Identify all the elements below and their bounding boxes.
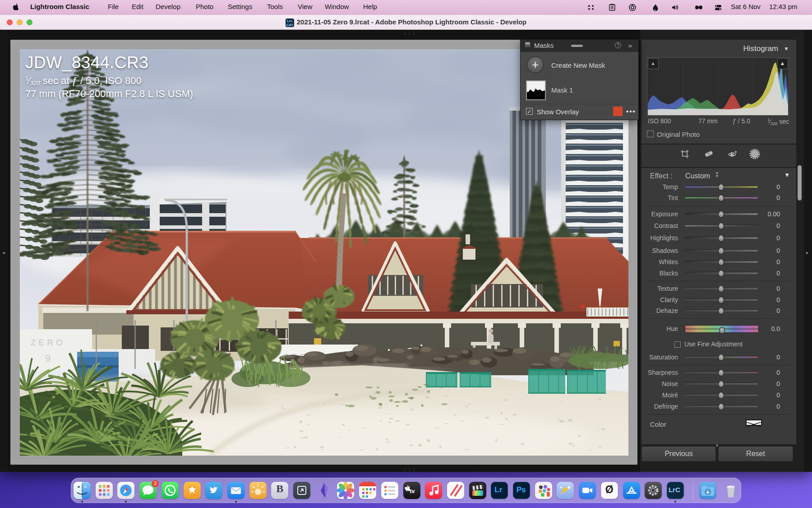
svg-text:tv: tv (410, 488, 415, 494)
svg-text:9: 9 (45, 353, 51, 364)
svg-text:ZERO: ZERO (31, 338, 65, 347)
